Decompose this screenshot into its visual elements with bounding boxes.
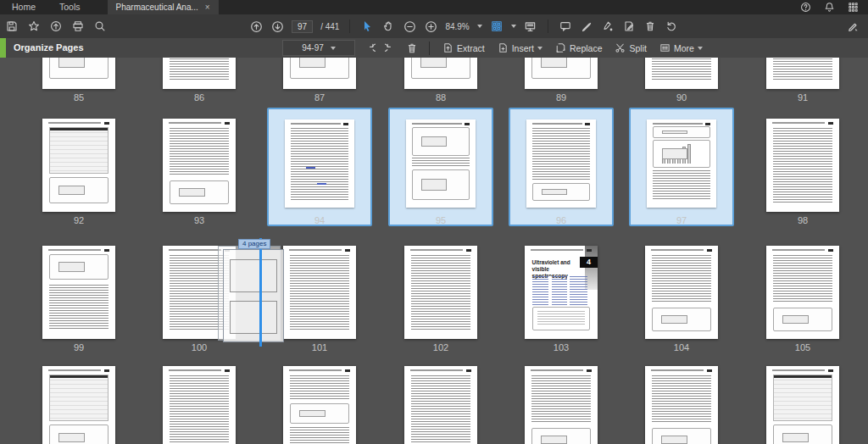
page-thumbnails-view-icon[interactable]	[490, 18, 504, 35]
delete-pages-icon[interactable]	[405, 40, 419, 57]
main-toolbar: 97 / 441 84.9%	[0, 14, 868, 39]
esign-pen-icon[interactable]	[846, 18, 860, 35]
previous-page-icon[interactable]	[249, 18, 263, 35]
page-thumbnail-110[interactable]	[525, 366, 598, 444]
page-thumbnail-104[interactable]	[645, 246, 718, 339]
edit-page-icon[interactable]	[622, 18, 636, 35]
page-number-label: 104	[648, 342, 715, 352]
share-upload-icon[interactable]	[49, 18, 63, 35]
zoom-in-icon[interactable]	[424, 18, 437, 35]
rotate-left-icon[interactable]	[363, 40, 376, 57]
print-icon[interactable]	[71, 18, 85, 35]
page-thumbnail-92[interactable]	[42, 119, 115, 212]
page-97	[647, 119, 716, 208]
page-thumbnail-86[interactable]	[163, 58, 236, 89]
zoom-caret-icon[interactable]	[477, 25, 482, 28]
page-thumbnail-88[interactable]	[404, 58, 477, 89]
page-number-label: 87	[286, 92, 353, 103]
page-thumbnail-108[interactable]	[283, 366, 356, 444]
insert-button[interactable]: Insert	[495, 41, 545, 55]
page-number-label: 102	[407, 342, 475, 352]
page-number-label: 95	[407, 215, 475, 225]
page-range-input[interactable]: 94-97	[282, 40, 355, 56]
page-number-label: 91	[769, 92, 837, 103]
more-button[interactable]: More	[657, 41, 705, 55]
current-page-input[interactable]: 97	[292, 20, 313, 33]
split-scissors-icon	[615, 42, 626, 53]
zoom-level-value[interactable]: 84.9%	[445, 22, 469, 31]
page-thumbnail-87[interactable]	[283, 58, 356, 89]
page-thumbnail-102[interactable]	[404, 246, 477, 339]
replace-button[interactable]: Replace	[553, 41, 605, 55]
tool-accent-strip	[0, 38, 6, 58]
undo-icon[interactable]	[665, 18, 678, 35]
page-thumbnail-109[interactable]	[404, 366, 477, 444]
rotate-right-icon[interactable]	[384, 40, 398, 57]
page-view-caret-icon[interactable]	[511, 25, 516, 28]
range-caret-icon	[331, 47, 336, 50]
page-thumbnail-89[interactable]	[525, 58, 598, 89]
apps-grid-icon[interactable]	[846, 0, 860, 16]
document-tab[interactable]: Pharmaceutical Ana... ×	[108, 0, 219, 14]
thumbnail-grid: 4 pages 85868788899091929394959697989910…	[0, 58, 868, 444]
page-number-label: 86	[165, 92, 233, 103]
page-thumbnail-95-selected[interactable]	[388, 108, 493, 226]
page-thumbnail-85[interactable]	[42, 58, 115, 89]
page-thumbnail-105[interactable]	[766, 246, 839, 339]
page-thumbnail-90[interactable]	[645, 58, 718, 89]
comment-icon[interactable]	[559, 18, 572, 35]
page-thumbnail-101[interactable]	[283, 246, 356, 339]
notifications-bell-icon[interactable]	[822, 0, 836, 16]
reading-mode-icon[interactable]	[524, 18, 537, 35]
page-number-label: 103	[527, 342, 595, 352]
split-button[interactable]: Split	[612, 41, 648, 55]
extract-icon	[442, 42, 453, 53]
organize-pages-title: Organize Pages	[14, 38, 84, 58]
page-number-label: 98	[769, 215, 837, 225]
page-thumbnail-93[interactable]	[163, 119, 236, 212]
drop-insertion-line	[259, 238, 262, 347]
pen-icon[interactable]	[580, 18, 593, 35]
acrobat-window: Home Tools Pharmaceutical Ana... ×	[0, 0, 868, 444]
page-thumbnail-112[interactable]	[766, 366, 839, 444]
page-thumbnail-96-selected[interactable]	[509, 108, 614, 226]
page-thumbnail-94-selected[interactable]	[267, 108, 372, 226]
page-thumbnail-97-selected[interactable]	[629, 108, 734, 226]
page-number-label: 89	[527, 92, 595, 103]
menu-home[interactable]: Home	[0, 0, 47, 14]
search-icon[interactable]	[93, 18, 107, 35]
page-number-label: 88	[407, 92, 475, 103]
select-tool-icon[interactable]	[360, 18, 374, 35]
page-96	[526, 119, 596, 208]
page-number-label: 101	[286, 342, 353, 352]
page-thumbnail-98[interactable]	[766, 119, 839, 212]
page-94	[285, 119, 354, 208]
divider	[429, 42, 430, 55]
star-icon[interactable]	[27, 18, 41, 35]
replace-icon	[555, 42, 566, 53]
dragged-pages-ghost[interactable]	[223, 249, 284, 342]
more-caret-icon	[698, 47, 703, 50]
page-thumbnail-99[interactable]	[42, 246, 115, 339]
page-thumbnail-91[interactable]	[766, 58, 839, 89]
next-page-icon[interactable]	[270, 18, 284, 35]
divider	[349, 19, 350, 33]
page-thumbnail-107[interactable]	[163, 366, 236, 444]
extract-button[interactable]: Extract	[440, 41, 487, 55]
ghost-front-sheet	[223, 249, 284, 342]
page-thumbnail-103[interactable]: Ultraviolet and visible spectroscopy4	[525, 246, 598, 339]
menu-tools[interactable]: Tools	[47, 0, 92, 14]
close-tab-icon[interactable]: ×	[205, 3, 210, 12]
save-icon[interactable]	[5, 18, 19, 35]
tab-bar: Home Tools Pharmaceutical Ana... ×	[0, 0, 868, 14]
page-number-label: 94	[286, 215, 353, 225]
page-thumbnail-111[interactable]	[645, 366, 718, 444]
help-icon[interactable]	[798, 0, 812, 16]
page-number-label: 105	[769, 342, 837, 352]
zoom-out-icon[interactable]	[403, 18, 416, 35]
page-thumbnail-106[interactable]	[42, 366, 115, 444]
hand-tool-icon[interactable]	[381, 18, 395, 35]
page-number-label: 93	[165, 215, 233, 225]
delete-icon[interactable]	[643, 18, 657, 35]
fill-sign-icon[interactable]	[601, 18, 615, 35]
